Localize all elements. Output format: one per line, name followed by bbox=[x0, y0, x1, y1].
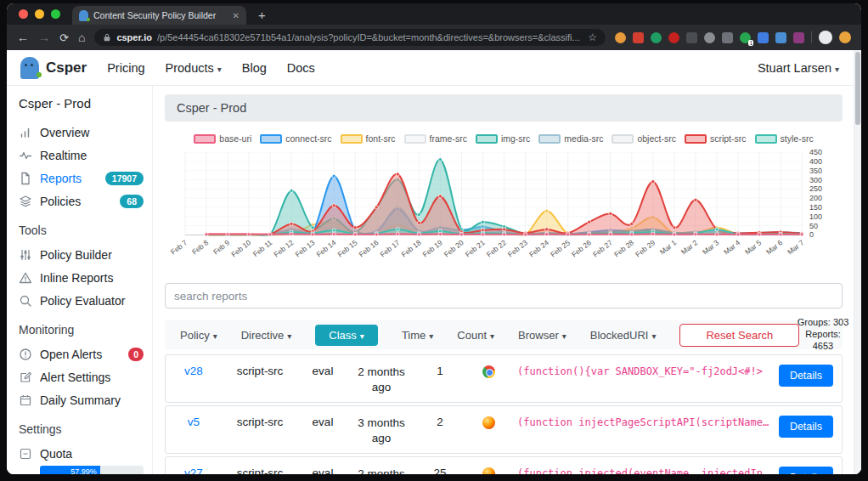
section-tools: Tools bbox=[19, 224, 152, 237]
sidebar-item-quota[interactable]: Quota bbox=[19, 442, 152, 465]
filter-count[interactable]: Count bbox=[457, 329, 494, 342]
close-tab-icon[interactable] bbox=[233, 11, 240, 20]
legend-label: object-src bbox=[637, 133, 676, 144]
svg-text:100: 100 bbox=[809, 212, 822, 221]
csper-logo-icon bbox=[20, 57, 39, 79]
page-scrollbar[interactable] bbox=[854, 50, 861, 474]
legend-item[interactable]: object-src bbox=[612, 133, 676, 144]
sidebar-item-open-alerts[interactable]: Open Alerts 0 bbox=[19, 342, 152, 365]
extension-icon[interactable] bbox=[758, 32, 769, 43]
nav-docs[interactable]: Docs bbox=[287, 61, 315, 75]
filter-directive[interactable]: Directive bbox=[241, 329, 292, 342]
sidebar-item-policy-evaluator[interactable]: Policy Evaluator bbox=[19, 289, 152, 312]
svg-text:Feb 7: Feb 7 bbox=[169, 238, 189, 257]
svg-text:Feb 13: Feb 13 bbox=[294, 238, 317, 259]
section-settings: Settings bbox=[19, 422, 152, 436]
svg-text:Feb 24: Feb 24 bbox=[527, 238, 550, 259]
svg-text:Feb 23: Feb 23 bbox=[506, 238, 529, 259]
report-row[interactable]: v5 script-src eval 3 months ago 2 (funct… bbox=[165, 405, 843, 454]
svg-text:Feb 20: Feb 20 bbox=[442, 238, 465, 259]
sidebar-item-policies[interactable]: Policies 68 bbox=[19, 190, 152, 212]
sidebar-item-reports[interactable]: Reports 17907 bbox=[19, 167, 152, 190]
extension-icon[interactable] bbox=[615, 32, 626, 43]
chevron-down-icon bbox=[426, 329, 433, 342]
extension-icon[interactable] bbox=[633, 32, 644, 43]
sidebar-item-policy-builder[interactable]: Policy Builder bbox=[19, 243, 152, 266]
nav-blog[interactable]: Blog bbox=[242, 61, 267, 75]
sidebar-item-alert-settings[interactable]: Alert Settings bbox=[19, 365, 152, 388]
policy-version-link[interactable]: v5 bbox=[166, 416, 222, 428]
svg-text:0: 0 bbox=[809, 230, 814, 239]
legend-swatch bbox=[685, 134, 707, 144]
site-header: Csper Pricing Products Blog Docs Stuart … bbox=[7, 50, 861, 86]
scrollbar-thumb[interactable] bbox=[855, 52, 860, 125]
sidebar-item-realtime[interactable]: Realtime bbox=[19, 144, 152, 167]
legend-swatch bbox=[260, 134, 282, 144]
reset-search-button[interactable]: Reset Search bbox=[679, 324, 799, 347]
filter-policy[interactable]: Policy bbox=[180, 329, 217, 342]
profile-avatar[interactable] bbox=[819, 31, 832, 44]
policy-version-link[interactable]: v27 bbox=[166, 467, 222, 474]
user-menu[interactable]: Stuart Larsen bbox=[758, 61, 839, 75]
reload-button[interactable] bbox=[59, 31, 69, 43]
sidebar-item-inline-reports[interactable]: Inline Reports bbox=[19, 266, 152, 289]
extension-icon[interactable] bbox=[651, 32, 662, 43]
svg-text:Feb 21: Feb 21 bbox=[464, 238, 487, 259]
legend-item[interactable]: connect-src bbox=[260, 133, 331, 144]
back-button[interactable] bbox=[17, 31, 29, 43]
legend-item[interactable]: script-src bbox=[685, 133, 747, 144]
report-row[interactable]: v28 script-src eval 2 months ago 1 (func… bbox=[165, 354, 843, 403]
legend-item[interactable]: media-src bbox=[538, 133, 603, 144]
new-tab-button[interactable] bbox=[258, 8, 266, 22]
svg-text:Feb 17: Feb 17 bbox=[379, 238, 402, 259]
filter-blockeduri[interactable]: BlockedURI bbox=[590, 329, 657, 342]
logo[interactable]: Csper bbox=[20, 57, 87, 79]
svg-text:Mar 2: Mar 2 bbox=[679, 238, 699, 257]
report-row[interactable]: v27 script-src eval 2 months ago 25 (fun… bbox=[165, 456, 843, 474]
browser-tab[interactable]: Content Security Policy Builder bbox=[72, 6, 246, 25]
file-icon bbox=[19, 172, 32, 185]
extension-icon[interactable] bbox=[793, 32, 804, 43]
tab-strip: Content Security Policy Builder bbox=[7, 3, 861, 25]
legend-item[interactable]: base-uri bbox=[194, 133, 251, 144]
close-window-button[interactable] bbox=[19, 9, 28, 19]
svg-text:250: 250 bbox=[809, 184, 822, 193]
sidebar: Csper - Prod Overview Realtime Reports 1… bbox=[7, 86, 153, 474]
svg-text:Feb 10: Feb 10 bbox=[229, 238, 252, 259]
legend-item[interactable]: frame-src bbox=[404, 133, 467, 144]
filter-browser[interactable]: Browser bbox=[518, 329, 566, 342]
extension-icon[interactable] bbox=[668, 32, 679, 43]
home-button[interactable] bbox=[78, 31, 85, 43]
chevron-down-icon bbox=[284, 329, 291, 342]
legend-item[interactable]: style-src bbox=[755, 133, 814, 144]
filter-class[interactable]: Class bbox=[315, 325, 378, 346]
extension-icon[interactable] bbox=[722, 32, 733, 43]
extension-icon[interactable]: 1 bbox=[740, 32, 751, 43]
time-value: 3 months ago bbox=[347, 416, 415, 446]
nav-products[interactable]: Products bbox=[166, 61, 222, 75]
extension-icon[interactable] bbox=[775, 32, 786, 43]
policy-version-link[interactable]: v28 bbox=[166, 365, 222, 377]
details-button[interactable]: Details bbox=[779, 416, 833, 438]
directive-value: script-src bbox=[222, 416, 298, 428]
maximize-window-button[interactable] bbox=[51, 9, 60, 19]
class-value: eval bbox=[298, 467, 347, 474]
extension-icon[interactable] bbox=[704, 32, 715, 43]
search-input[interactable] bbox=[165, 283, 843, 308]
sidebar-item-overview[interactable]: Overview bbox=[19, 121, 152, 144]
forward-button[interactable] bbox=[38, 31, 50, 43]
browser-menu-button[interactable] bbox=[839, 31, 851, 43]
extension-icon[interactable] bbox=[686, 32, 697, 43]
address-bar[interactable]: csper.io /p/5e44454ca618302e571b54a1/ana… bbox=[94, 29, 606, 46]
legend-item[interactable]: img-src bbox=[476, 133, 530, 144]
bookmark-star-icon[interactable] bbox=[588, 31, 597, 43]
details-button[interactable]: Details bbox=[779, 467, 833, 474]
nav-pricing[interactable]: Pricing bbox=[107, 61, 144, 75]
svg-text:300: 300 bbox=[809, 176, 822, 184]
details-button[interactable]: Details bbox=[779, 365, 833, 387]
filter-time[interactable]: Time bbox=[402, 329, 433, 342]
minimize-window-button[interactable] bbox=[35, 9, 44, 19]
legend-item[interactable]: font-src bbox=[341, 133, 396, 144]
legend-label: media-src bbox=[564, 133, 603, 144]
sidebar-item-daily-summary[interactable]: Daily Summary bbox=[19, 388, 152, 411]
